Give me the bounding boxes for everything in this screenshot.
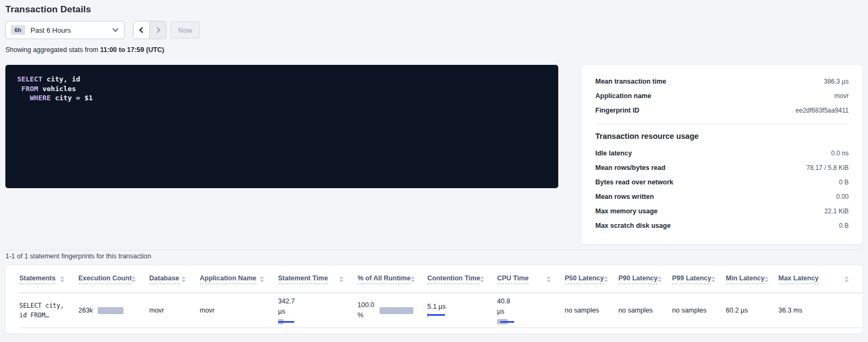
resource-label: Mean rows/bytes read xyxy=(595,164,666,172)
sort-icon[interactable] xyxy=(480,276,484,282)
cell-cpu-time: 40.8µs xyxy=(497,296,565,324)
runtime-pct-bar xyxy=(380,307,413,314)
cell-max-latency: 36.3 ms xyxy=(778,307,863,314)
column-header-max-latency: Max Latency xyxy=(778,274,863,284)
column-header-min-latency: Min Latency xyxy=(726,274,778,284)
sort-icon[interactable] xyxy=(260,276,264,282)
resource-value: 22.1 KiB xyxy=(825,207,849,215)
statements-count-text: 1-1 of 1 statement fingerprints for this… xyxy=(5,252,151,260)
stats-line-range: 11:00 to 17:59 (UTC) xyxy=(100,46,164,54)
sort-icon[interactable] xyxy=(764,276,769,282)
column-header-statements: Statements xyxy=(19,274,78,284)
sort-icon[interactable] xyxy=(658,276,662,282)
resource-row: Max memory usage 22.1 KiB xyxy=(595,204,849,218)
statement-row: SELECT city,id FROM… 263k movr movr 342.… xyxy=(19,293,863,328)
time-controls: 6h Past 6 Hours Now xyxy=(5,21,863,39)
resource-value: 0.00 xyxy=(836,193,849,200)
column-header-runtime-pct: % of All Runtime xyxy=(358,274,427,284)
cell-database: movr xyxy=(149,307,200,314)
resource-label: Mean rows written xyxy=(595,193,654,200)
transaction-details-page: Transaction Details 6h Past 6 Hours Now … xyxy=(0,0,868,342)
cell-statement-time: 342.7µs xyxy=(278,296,358,324)
summary-row: Fingerprint ID ee2df683f5aa9411 xyxy=(595,103,849,117)
sort-icon[interactable] xyxy=(181,276,186,282)
sort-icon[interactable] xyxy=(844,276,849,282)
cell-min-latency: 60.2 µs xyxy=(726,307,778,314)
resource-value: 0 B xyxy=(839,179,849,186)
sql-statement-box: SELECT city, id FROM vehicles WHERE city… xyxy=(5,65,558,188)
next-time-button[interactable] xyxy=(150,21,166,39)
time-step-buttons xyxy=(133,21,166,39)
resource-row: Bytes read over network 0 B xyxy=(595,175,849,189)
now-button[interactable]: Now xyxy=(171,21,200,39)
page-title: Transaction Details xyxy=(5,4,863,15)
sort-icon[interactable] xyxy=(711,276,716,282)
summary-label: Fingerprint ID xyxy=(595,107,639,114)
sort-icon[interactable] xyxy=(411,276,415,282)
summary-value: movr xyxy=(834,92,849,100)
transaction-summary-panel: Mean transaction time 386.3 µs Applicati… xyxy=(581,65,863,244)
summary-label: Mean transaction time xyxy=(595,78,666,85)
column-header-database: Database xyxy=(149,274,200,284)
prev-time-button[interactable] xyxy=(134,21,150,39)
column-header-p99-latency: P99 Latency xyxy=(672,274,726,284)
transaction-overview: SELECT city, id FROM vehicles WHERE city… xyxy=(5,65,863,244)
time-range-badge: 6h xyxy=(11,25,25,35)
resource-usage-heading: Transaction resource usage xyxy=(595,132,849,140)
resource-row: Mean rows/bytes read 78.17 / 5.8 KiB xyxy=(595,160,849,175)
cell-statement[interactable]: SELECT city,id FROM… xyxy=(19,301,78,320)
sql-line: WHERE city = $1 xyxy=(17,94,93,102)
chevron-down-icon xyxy=(112,26,118,32)
time-range-dropdown[interactable]: 6h Past 6 Hours xyxy=(5,21,125,39)
section-divider xyxy=(5,250,863,250)
column-header-execution-count: Execution Count xyxy=(78,274,149,284)
statements-table: Statements Execution Count Database Appl… xyxy=(5,265,863,333)
resource-value: 78.17 / 5.8 KiB xyxy=(806,164,849,172)
aggregated-stats-line: Showing aggregated stats from 11:00 to 1… xyxy=(5,46,863,54)
chevron-left-icon xyxy=(139,27,145,33)
cell-p99-latency: no samples xyxy=(672,307,726,314)
sort-icon[interactable] xyxy=(546,276,551,282)
column-header-cpu-time: CPU Time xyxy=(497,274,565,284)
sql-line: SELECT city, id xyxy=(17,75,80,83)
column-header-p50-latency: P50 Latency xyxy=(565,274,618,284)
column-header-p90-latency: P90 Latency xyxy=(618,274,672,284)
summary-value: 386.3 µs xyxy=(824,78,849,85)
stats-line-prefix: Showing aggregated stats from xyxy=(5,46,98,54)
summary-row: Application name movr xyxy=(595,88,849,103)
cell-runtime-pct: 100.0% xyxy=(358,300,427,321)
resource-row: Mean rows written 0.00 xyxy=(595,189,849,204)
sort-icon[interactable] xyxy=(60,276,64,282)
sort-icon[interactable] xyxy=(339,276,344,282)
resource-label: Bytes read over network xyxy=(595,179,673,186)
resource-row: Idle latency 0.0 ns xyxy=(595,146,849,160)
cell-contention-time: 5.1 µs xyxy=(427,303,497,318)
table-header-row: Statements Execution Count Database Appl… xyxy=(19,265,863,293)
summary-value: ee2df683f5aa9411 xyxy=(796,107,849,114)
resource-row: Max scratch disk usage 0 B xyxy=(595,218,849,233)
panel-divider xyxy=(595,124,849,124)
statement-time-bar xyxy=(278,319,344,324)
sort-icon[interactable] xyxy=(132,276,136,282)
cell-p90-latency: no samples xyxy=(618,307,672,314)
column-header-statement-time: Statement Time xyxy=(278,274,358,284)
chevron-right-icon xyxy=(154,27,160,33)
summary-row: Mean transaction time 386.3 µs xyxy=(595,74,849,88)
execution-count-bar xyxy=(98,307,123,314)
resource-label: Idle latency xyxy=(595,150,632,157)
sort-icon[interactable] xyxy=(604,276,608,282)
column-header-application-name: Application Name xyxy=(200,274,278,284)
column-header-contention-time: Contention Time xyxy=(427,274,497,284)
contention-time-bar xyxy=(427,313,483,318)
cell-execution-count: 263k xyxy=(78,307,149,314)
cpu-time-bar xyxy=(497,319,551,324)
sql-line: FROM vehicles xyxy=(17,85,76,93)
resource-label: Max memory usage xyxy=(595,207,658,215)
cell-p50-latency: no samples xyxy=(565,307,618,314)
resource-value: 0 B xyxy=(839,222,849,229)
summary-label: Application name xyxy=(595,92,651,100)
cell-application-name: movr xyxy=(200,307,278,314)
resource-label: Max scratch disk usage xyxy=(595,222,670,229)
resource-value: 0.0 ns xyxy=(831,150,849,157)
time-range-label: Past 6 Hours xyxy=(31,26,113,34)
